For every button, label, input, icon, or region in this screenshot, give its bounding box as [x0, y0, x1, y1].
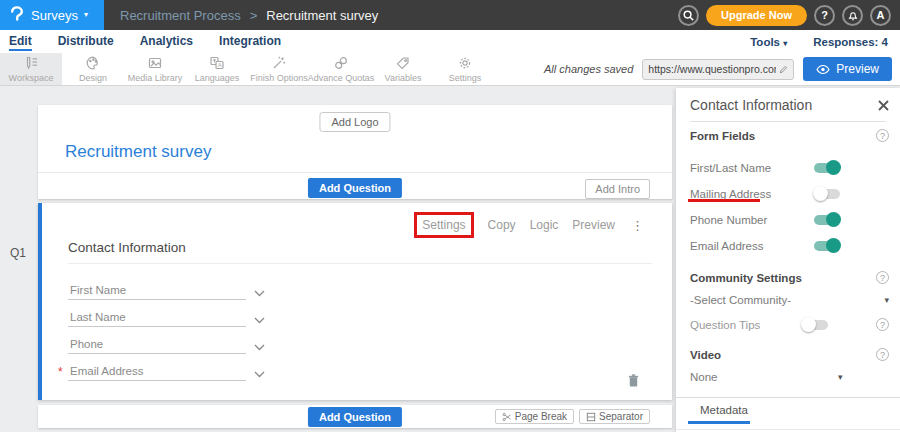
- palette-icon: [85, 55, 101, 71]
- chevron-down-icon: ▾: [884, 295, 889, 305]
- question-settings-button[interactable]: Settings: [422, 218, 465, 232]
- add-question-button-bottom[interactable]: Add Question: [308, 407, 402, 427]
- chevron-down-icon[interactable]: [254, 344, 265, 351]
- tools-menu[interactable]: Tools ▾: [750, 36, 787, 48]
- question-card: Settings Copy Logic Preview ⋮ Contact In…: [38, 203, 672, 400]
- page-break-button[interactable]: Page Break: [495, 409, 574, 424]
- trash-icon: [627, 373, 640, 388]
- toggle-row-phone-number: Phone Number: [690, 214, 889, 226]
- separator-icon: [586, 412, 596, 422]
- tab-distribute[interactable]: Distribute: [58, 32, 114, 51]
- question-logic-button[interactable]: Logic: [530, 218, 559, 232]
- video-select[interactable]: None ▾: [690, 371, 889, 383]
- email-address-toggle[interactable]: [814, 241, 840, 251]
- field-underline: [68, 299, 246, 300]
- chevron-down-icon: ▾: [838, 372, 843, 382]
- edit-toolbar: Workspace Design Media Library A Languag…: [0, 53, 900, 86]
- breadcrumb-separator: >: [250, 8, 258, 23]
- tag-icon: [395, 55, 411, 71]
- toolbar-item-design[interactable]: Design: [62, 53, 124, 85]
- community-select[interactable]: -Select Community- ▾: [690, 294, 889, 306]
- gear-icon: [457, 55, 473, 71]
- bell-icon: [847, 9, 859, 22]
- top-header: Surveys ▾ Recruitment Process > Recruitm…: [0, 0, 900, 30]
- video-heading-row: Video ?: [690, 348, 889, 361]
- delete-question-button[interactable]: [627, 373, 640, 388]
- toolbar-item-variables[interactable]: Variables: [372, 53, 434, 85]
- close-icon[interactable]: [878, 100, 889, 111]
- breadcrumb-parent[interactable]: Recruitment Process: [120, 8, 241, 23]
- question-title[interactable]: Contact Information: [68, 240, 186, 255]
- toolbar-item-media-library[interactable]: Media Library: [124, 53, 186, 85]
- question-tips-toggle[interactable]: [802, 320, 828, 330]
- tab-analytics[interactable]: Analytics: [140, 32, 193, 51]
- responses-count[interactable]: Responses: 4: [813, 36, 888, 48]
- toggle-row-first-last-name: First/Last Name: [690, 162, 889, 174]
- settings-annotation-box: Settings: [414, 212, 473, 238]
- help-icon[interactable]: ?: [876, 318, 889, 331]
- metadata-active-tab-underline: [688, 421, 750, 424]
- help-icon[interactable]: ?: [876, 129, 889, 142]
- question-number-label: Q1: [10, 246, 26, 260]
- add-question-button-top[interactable]: Add Question: [308, 178, 402, 198]
- chevron-down-icon: ▾: [783, 39, 787, 48]
- chevron-down-icon[interactable]: [254, 371, 265, 378]
- toolbar-item-finish-options[interactable]: Finish Options: [248, 53, 310, 85]
- preview-button[interactable]: Preview: [803, 57, 892, 81]
- question-tips-row: Question Tips ?: [690, 318, 889, 331]
- separator-button[interactable]: Separator: [579, 409, 650, 424]
- survey-title[interactable]: Recruitment survey: [65, 142, 211, 162]
- notifications-button[interactable]: [842, 5, 863, 26]
- question-settings-panel: Contact Information Form Fields ? First/…: [676, 88, 900, 432]
- mailing-address-toggle[interactable]: [814, 189, 840, 199]
- required-asterisk: *: [58, 365, 63, 379]
- form-fields-heading-row: Form Fields ?: [690, 129, 889, 142]
- svg-text:A: A: [218, 62, 222, 68]
- kebab-menu-icon[interactable]: ⋮: [631, 218, 644, 233]
- field-underline: [68, 326, 246, 327]
- translate-icon: A: [209, 55, 225, 71]
- field-row-phone: Phone: [68, 331, 298, 358]
- field-row-first-name: First Name: [68, 277, 298, 304]
- edit-pencil-icon[interactable]: [779, 64, 788, 75]
- upgrade-now-button[interactable]: Upgrade Now: [706, 5, 807, 26]
- question-copy-button[interactable]: Copy: [488, 218, 516, 232]
- field-underline: [68, 380, 246, 381]
- chevron-down-icon[interactable]: [254, 317, 265, 324]
- phone-number-toggle[interactable]: [814, 215, 840, 225]
- save-status: All changes saved: [544, 63, 633, 75]
- survey-url-box[interactable]: [642, 59, 794, 80]
- mailing-address-annotation-underline: [688, 199, 760, 202]
- product-switcher[interactable]: Surveys ▾: [0, 0, 104, 30]
- toolbar-item-languages[interactable]: A Languages: [186, 53, 248, 85]
- tab-integration[interactable]: Integration: [219, 32, 281, 51]
- chevron-down-icon[interactable]: [254, 290, 265, 297]
- add-logo-button[interactable]: Add Logo: [319, 112, 390, 132]
- divider: [690, 121, 886, 122]
- add-question-bar: Add Question Page Break Separator: [38, 405, 672, 428]
- avatar[interactable]: A: [870, 5, 891, 26]
- toolbar-item-advance-quotas[interactable]: Advance Quotas: [310, 53, 372, 85]
- help-button[interactable]: ?: [814, 5, 835, 26]
- breadcrumb-current: Recruitment survey: [266, 8, 378, 23]
- product-name: Surveys: [31, 8, 78, 23]
- field-row-email: * Email Address: [68, 358, 298, 385]
- divider: [676, 429, 900, 430]
- divider: [68, 263, 652, 264]
- first-last-name-toggle[interactable]: [814, 163, 840, 173]
- field-underline: [68, 353, 246, 354]
- toolbar-item-workspace[interactable]: Workspace: [0, 53, 62, 85]
- tab-edit[interactable]: Edit: [9, 32, 32, 51]
- wand-icon: [271, 55, 287, 71]
- image-icon: [147, 55, 163, 71]
- question-preview-button[interactable]: Preview: [572, 218, 615, 232]
- tab-metadata[interactable]: Metadata: [700, 404, 748, 416]
- add-intro-button[interactable]: Add Intro: [585, 179, 650, 199]
- toolbar-item-settings[interactable]: Settings: [434, 53, 496, 85]
- survey-url-input[interactable]: [648, 63, 776, 75]
- help-icon[interactable]: ?: [876, 348, 889, 361]
- search-button[interactable]: [678, 5, 699, 26]
- main-nav: Edit Distribute Analytics Integration To…: [0, 30, 900, 53]
- questionpro-logo-icon: [9, 6, 25, 24]
- help-icon[interactable]: ?: [876, 271, 889, 284]
